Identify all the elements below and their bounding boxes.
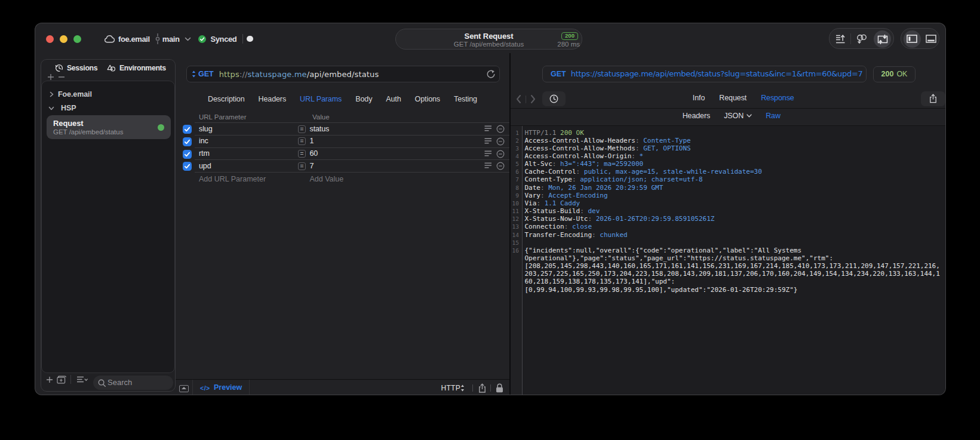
- export-log-icon[interactable]: [835, 35, 846, 44]
- response-subtab-headers[interactable]: Headers: [683, 112, 711, 120]
- remove-param-icon[interactable]: [496, 125, 505, 133]
- preview-button[interactable]: Preview: [214, 383, 242, 392]
- editor-tab-description[interactable]: Description: [208, 95, 244, 103]
- equals-badge-icon: =: [298, 150, 306, 158]
- new-folder-icon[interactable]: [57, 376, 67, 384]
- branch-chevron-down-icon[interactable]: [185, 37, 191, 41]
- subtab-label: Headers: [683, 112, 711, 120]
- exchange-tab-request[interactable]: Request: [719, 94, 746, 102]
- minimize-traffic-light[interactable]: [60, 35, 67, 43]
- param-value[interactable]: 1: [310, 137, 314, 145]
- param-menu-icon[interactable]: [484, 138, 492, 144]
- remove-param-icon[interactable]: [496, 162, 505, 170]
- param-checkbox[interactable]: [183, 137, 192, 146]
- editor-tab-body[interactable]: Body: [355, 95, 372, 103]
- param-name[interactable]: slug: [199, 125, 213, 133]
- line-text: Date: Mon, 26 Jan 2026 20:29:59 GMT: [519, 184, 663, 192]
- close-traffic-light[interactable]: [46, 35, 54, 43]
- param-value[interactable]: 60: [310, 149, 318, 158]
- search-input[interactable]: Search: [93, 376, 173, 390]
- param-checkbox[interactable]: [183, 150, 192, 159]
- share-icon: [929, 94, 937, 103]
- zoom-traffic-light[interactable]: [73, 35, 81, 43]
- sidebar-add-icon[interactable]: [47, 73, 54, 81]
- exchange-tab-info[interactable]: Info: [693, 94, 705, 102]
- collapse-panel-button[interactable]: [179, 385, 189, 392]
- param-menu-icon[interactable]: [484, 150, 492, 157]
- toolbar-divider: [850, 33, 851, 44]
- param-value[interactable]: status: [310, 125, 330, 133]
- unsaved-dot: [247, 36, 253, 42]
- add-value-label[interactable]: Add Value: [310, 175, 344, 183]
- sent-request-pill[interactable]: Sent Request GET /api/embed/status 200 2…: [395, 29, 582, 50]
- footer-divider: [192, 380, 193, 395]
- share-icon[interactable]: [478, 383, 487, 393]
- param-name[interactable]: rtm: [199, 149, 210, 158]
- line-text: 203,257,225,165,250,173,204,223,158,208,…: [519, 270, 940, 278]
- exchange-tab-response[interactable]: Response: [761, 94, 794, 102]
- code-line: 4Access-Control-Allow-Origin: *: [511, 152, 946, 160]
- tree-item-foe-email[interactable]: Foe.email: [50, 90, 92, 99]
- history-button[interactable]: [542, 91, 566, 106]
- remove-param-icon[interactable]: [496, 150, 505, 158]
- line-text: X-Status-Build: dev: [519, 207, 600, 215]
- param-checkbox[interactable]: [183, 162, 192, 171]
- exchange-status-reason: OK: [896, 70, 907, 78]
- param-add-row[interactable]: Add URL Parameter Add Value: [176, 173, 509, 185]
- tab-sessions[interactable]: Sessions: [55, 64, 97, 72]
- editor-tab-headers[interactable]: Headers: [259, 95, 287, 103]
- project-name[interactable]: foe.email: [118, 35, 150, 44]
- param-name[interactable]: upd: [199, 162, 211, 170]
- nav-forward-icon[interactable]: [530, 94, 536, 104]
- editor-tab-auth[interactable]: Auth: [386, 95, 401, 103]
- code-line: [0,99.94,100,99.93,99.98,99.95,100],"upd…: [511, 286, 946, 294]
- line-text: [208,205,145,298,443,140,160,165,171,161…: [519, 262, 940, 270]
- param-menu-icon[interactable]: [484, 162, 492, 169]
- editor-tab-testing[interactable]: Testing: [454, 95, 477, 103]
- line-text: {"incidents":null,"overall":{"code":"ope…: [519, 247, 801, 254]
- response-code[interactable]: 1HTTP/1.1 200 OK2Access-Control-Allow-He…: [511, 129, 946, 294]
- layout-bottombar-icon[interactable]: [926, 35, 936, 43]
- lock-icon[interactable]: [496, 383, 503, 393]
- protocol-stepper-icon[interactable]: [460, 384, 465, 392]
- response-subtab-raw[interactable]: Raw: [766, 112, 781, 120]
- line-text: [0,99.94,100,99.93,99.98,99.95,100],"upd…: [519, 286, 797, 294]
- method-select-arrows-icon[interactable]: [192, 70, 196, 78]
- layout-sidebar-icon[interactable]: [907, 35, 917, 43]
- param-name[interactable]: inc: [199, 137, 208, 145]
- line-text: Access-Control-Allow-Headers: Content-Ty…: [519, 137, 691, 144]
- code-icon: </>: [200, 384, 210, 392]
- tree-request-selected[interactable]: Request GET /api/embed/status: [47, 115, 171, 139]
- editor-tab-options[interactable]: Options: [415, 95, 440, 103]
- sidebar-remove-icon[interactable]: [58, 73, 65, 81]
- param-value[interactable]: 7: [310, 162, 314, 170]
- url-path: /api/embed/status: [307, 70, 379, 79]
- editor-tab-url-params[interactable]: URL Params: [300, 95, 342, 103]
- checkmark-icon: [183, 125, 192, 134]
- protocol-select[interactable]: HTTP: [441, 384, 461, 392]
- footer-divider: [70, 375, 71, 384]
- line-number: [511, 262, 520, 270]
- import-loop-icon[interactable]: [856, 34, 867, 44]
- app-window: foe.email main Synced Sent Request GET /…: [35, 23, 946, 395]
- exchange-url-box[interactable]: GET https://statuspage.me/api/embed/stat…: [542, 66, 867, 82]
- response-subtab-json[interactable]: JSON: [724, 112, 752, 120]
- param-menu-icon[interactable]: [484, 125, 492, 132]
- request-response-swap-icon[interactable]: [877, 34, 888, 45]
- nav-back-icon[interactable]: [516, 94, 521, 104]
- refresh-icon[interactable]: [486, 70, 496, 79]
- param-checkbox[interactable]: [183, 125, 192, 134]
- request-url-field[interactable]: GET https://statuspage.me/api/embed/stat…: [186, 66, 500, 82]
- branch-name[interactable]: main: [162, 35, 180, 44]
- checkmark-icon: [183, 162, 192, 171]
- tree-item-hsp[interactable]: HSP: [50, 104, 76, 112]
- exchange-viewer-panel: GET https://statuspage.me/api/embed/stat…: [511, 53, 946, 395]
- new-request-icon[interactable]: [46, 376, 53, 383]
- line-number: 3: [511, 144, 520, 152]
- remove-param-icon[interactable]: [496, 137, 505, 146]
- export-exchange-button[interactable]: [921, 91, 945, 106]
- request-editor-tabs: DescriptionHeadersURL ParamsBodyAuthOpti…: [176, 95, 509, 103]
- add-url-parameter-label[interactable]: Add URL Parameter: [199, 175, 266, 183]
- sort-list-icon[interactable]: [76, 376, 88, 383]
- tab-environments[interactable]: Environments: [107, 64, 166, 72]
